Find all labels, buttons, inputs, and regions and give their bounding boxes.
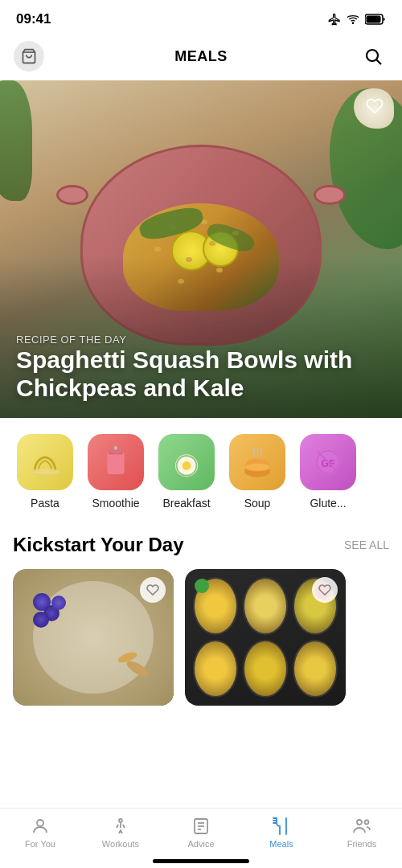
smoothie-svg xyxy=(100,444,132,480)
kickstart-title: Kickstart Your Day xyxy=(13,534,184,556)
smoothie-label: Smoothie xyxy=(92,497,139,510)
page-title: MEALS xyxy=(174,48,228,65)
category-gluten[interactable]: GF Glute... xyxy=(296,434,360,510)
meals-label: Meals xyxy=(269,839,293,849)
soup-icon xyxy=(229,434,285,490)
svg-line-5 xyxy=(377,60,382,65)
meal-cards-container xyxy=(13,569,389,714)
svg-point-11 xyxy=(109,449,123,453)
advice-icon xyxy=(191,817,211,836)
breakfast-svg xyxy=(169,444,204,480)
svg-point-30 xyxy=(357,820,362,825)
wifi-icon xyxy=(346,13,360,26)
card2-favorite-button[interactable] xyxy=(312,577,338,603)
category-breakfast[interactable]: Breakfast xyxy=(154,434,219,510)
workouts-label: Workouts xyxy=(102,839,139,849)
category-pasta[interactable]: Pasta xyxy=(13,434,77,510)
herbs2-decoration xyxy=(0,80,32,201)
card2-heart-icon xyxy=(318,583,331,596)
svg-point-31 xyxy=(365,821,369,825)
status-time: 09:41 xyxy=(16,11,51,27)
svg-rect-2 xyxy=(367,16,381,23)
hero-section: RECIPE OF THE DAY Spaghetti Squash Bowls… xyxy=(0,80,402,418)
svg-point-16 xyxy=(183,461,191,470)
meal-card-1-image xyxy=(13,569,174,706)
svg-point-7 xyxy=(31,469,59,474)
svg-point-0 xyxy=(352,23,353,23)
battery-icon xyxy=(365,14,386,25)
meals-icon xyxy=(272,817,291,836)
for-you-label: For You xyxy=(25,839,55,849)
soup-svg xyxy=(240,444,275,480)
svg-point-4 xyxy=(367,50,378,61)
top-nav: MEALS xyxy=(0,35,402,80)
category-smoothie[interactable]: Smoothie xyxy=(84,434,148,510)
nav-workouts[interactable]: Workouts xyxy=(96,817,145,849)
meal-card-1[interactable] xyxy=(13,569,174,706)
cart-icon-circle xyxy=(14,41,44,72)
gluten-icon: GF xyxy=(300,434,356,490)
gluten-svg: GF xyxy=(310,444,346,480)
pot-handle-right xyxy=(314,185,346,205)
advice-label: Advice xyxy=(187,839,214,849)
breakfast-icon xyxy=(158,434,215,490)
nav-advice[interactable]: Advice xyxy=(177,817,225,849)
smoothie-icon xyxy=(88,434,144,490)
breakfast-label: Breakfast xyxy=(162,497,210,510)
categories-section: Pasta Smoothie xyxy=(0,418,402,518)
svg-rect-8 xyxy=(107,452,124,474)
card1-heart-icon xyxy=(146,583,159,596)
status-bar: 09:41 xyxy=(0,0,402,35)
soup-label: Soup xyxy=(244,497,271,510)
status-icons xyxy=(328,13,386,26)
gluten-label: Glute... xyxy=(310,497,346,510)
herb-green xyxy=(195,579,209,593)
bottom-spacer xyxy=(0,714,402,794)
kickstart-section: Kickstart Your Day SEE ALL xyxy=(0,518,402,714)
svg-point-25 xyxy=(119,819,122,822)
pasta-label: Pasta xyxy=(31,497,59,510)
nav-meals[interactable]: Meals xyxy=(257,817,306,849)
hero-heart-icon xyxy=(366,97,384,115)
nav-for-you[interactable]: For You xyxy=(16,817,64,849)
meal-card-2-image xyxy=(185,569,346,706)
svg-point-24 xyxy=(37,820,43,826)
pasta-icon xyxy=(17,434,73,490)
nav-friends[interactable]: Friends xyxy=(338,817,386,849)
hero-recipe-title: Spaghetti Squash Bowls with Chickpeas an… xyxy=(16,346,386,402)
for-you-icon xyxy=(31,817,50,836)
svg-point-19 xyxy=(245,464,269,471)
friends-label: Friends xyxy=(347,839,377,849)
see-all-button[interactable]: SEE ALL xyxy=(344,538,389,551)
home-indicator xyxy=(153,859,249,863)
airplane-icon xyxy=(328,13,341,26)
card1-favorite-button[interactable] xyxy=(140,577,166,603)
kickstart-header: Kickstart Your Day SEE ALL xyxy=(13,534,389,556)
recipe-of-day-label: RECIPE OF THE DAY xyxy=(16,334,126,346)
workouts-icon xyxy=(111,817,130,836)
category-soup[interactable]: Soup xyxy=(225,434,289,510)
friends-icon xyxy=(352,817,371,836)
meal-card-2[interactable] xyxy=(185,569,346,706)
blueberries xyxy=(29,589,73,633)
pot-handle-left xyxy=(56,185,88,205)
pasta-svg xyxy=(27,444,63,480)
cart-button[interactable] xyxy=(13,40,45,72)
categories-scroll: Pasta Smoothie xyxy=(0,434,402,510)
hero-favorite-button[interactable] xyxy=(360,92,389,121)
search-icon xyxy=(363,47,383,66)
cart-icon xyxy=(21,48,37,64)
search-button[interactable] xyxy=(357,40,389,72)
